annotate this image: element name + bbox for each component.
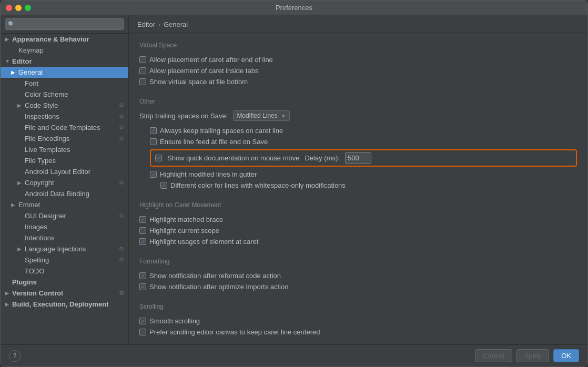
arrow-icon: ▶ — [5, 36, 12, 42]
sidebar-item-label: Live Templates — [25, 146, 70, 154]
help-button[interactable]: ? — [9, 350, 21, 362]
chevron-down-icon: ▼ — [281, 113, 286, 119]
arrow-icon: ▶ — [17, 180, 25, 186]
section-title: Other — [139, 98, 577, 105]
cancel-button[interactable]: Cancel — [475, 349, 512, 362]
option-highlight-scope: Highlight current scope — [139, 225, 577, 236]
checkbox-highlight-usages[interactable]: ✓ — [139, 238, 146, 245]
gear-icon: ⚙ — [119, 102, 124, 109]
option-caret-after-end: Allow placement of caret after end of li… — [139, 54, 577, 65]
sidebar-item-livetemplates[interactable]: Live Templates — [1, 144, 128, 155]
gear-icon: ⚙ — [119, 113, 124, 120]
sidebar-item-spelling[interactable]: Spelling ⚙ — [1, 254, 128, 266]
main-content: 🔍 ▶ Appearance & Behavior Keymap ▼ Edito… — [1, 15, 587, 344]
gear-icon: ⚙ — [119, 257, 124, 263]
minimize-button[interactable] — [15, 5, 22, 11]
gear-icon: ⚙ — [119, 246, 124, 252]
option-smooth-scrolling: ✓ Smooth scrolling — [139, 315, 577, 327]
sidebar-item-fileencodings[interactable]: File Encodings ⚙ — [1, 133, 128, 144]
checkbox-show-optimize[interactable]: ✓ — [139, 283, 146, 290]
content-area: Editor › General Virtual Space Allow pla… — [129, 15, 587, 344]
gear-icon: ⚙ — [119, 124, 124, 131]
highlighted-border: ✓ Show quick documentation on mouse move… — [150, 149, 577, 167]
strip-spaces-dropdown[interactable]: Modified Lines ▼ — [233, 110, 289, 121]
sidebar-item-label: Font — [25, 79, 38, 87]
strip-label: Strip trailing spaces on Save: — [139, 112, 228, 120]
option-label: Highlight matched brace — [149, 216, 223, 223]
sidebar-item-label: Keymap — [18, 46, 44, 54]
option-label: Allow placement of caret inside tabs — [149, 67, 258, 75]
sidebar-item-label: TODO — [25, 267, 44, 275]
delay-input[interactable] — [345, 152, 371, 164]
close-button[interactable] — [6, 5, 12, 11]
sidebar-item-images[interactable]: Images — [1, 221, 128, 232]
sidebar-item-general[interactable]: ▶ General — [1, 67, 128, 78]
sidebar-item-languageinjections[interactable]: ▶ Language Injections ⚙ — [1, 243, 128, 254]
sidebar-item-copyright[interactable]: ▶ Copyright ⚙ — [1, 177, 128, 188]
option-label: Highlight current scope — [149, 227, 219, 235]
sidebar-item-label: Color Scheme — [25, 90, 68, 98]
maximize-button[interactable] — [25, 5, 31, 11]
sidebar-item-plugins[interactable]: Plugins — [1, 277, 128, 288]
option-different-color: ✓ Different color for lines with whitesp… — [139, 180, 577, 191]
sidebar-item-filetemplates[interactable]: File and Code Templates ⚙ — [1, 122, 128, 133]
virtual-space-section: Virtual Space Allow placement of caret a… — [139, 42, 577, 87]
window-title: Preferences — [276, 4, 312, 12]
sidebar-item-keymap[interactable]: Keymap — [1, 45, 128, 56]
checkbox-different-color[interactable]: ✓ — [160, 182, 167, 189]
sidebar: 🔍 ▶ Appearance & Behavior Keymap ▼ Edito… — [1, 15, 129, 344]
sidebar-item-codestyle[interactable]: ▶ Code Style ⚙ — [1, 100, 128, 111]
breadcrumb-parent: Editor — [137, 21, 155, 28]
sidebar-item-label: Build, Execution, Deployment — [12, 300, 108, 308]
checkbox-highlight-modified[interactable]: ✓ — [150, 171, 157, 178]
gear-icon: ⚙ — [119, 179, 124, 186]
option-prefer-scrolling: Prefer scrolling editor canvas to keep c… — [139, 327, 577, 338]
sidebar-item-editor[interactable]: ▼ Editor — [1, 56, 128, 67]
checkbox-quick-doc[interactable]: ✓ — [155, 155, 162, 161]
ok-button[interactable]: OK — [553, 349, 579, 362]
sidebar-item-versioncontrol[interactable]: ▶ Version Control ⚙ — [1, 288, 128, 299]
checkbox-keep-trailing[interactable]: ✓ — [150, 127, 157, 134]
checkbox-caret-inside-tabs[interactable] — [139, 67, 146, 74]
sidebar-item-label: Android Data Binding — [25, 190, 89, 198]
checkbox-prefer-scrolling[interactable] — [139, 329, 146, 335]
checkbox-ensure-linefeed[interactable] — [150, 138, 157, 145]
sidebar-item-inspections[interactable]: Inspections ⚙ — [1, 111, 128, 122]
option-highlight-modified: ✓ Highlight modified lines in gutter — [139, 169, 577, 180]
sidebar-item-todo[interactable]: TODO — [1, 266, 128, 277]
dropdown-value: Modified Lines — [237, 112, 277, 119]
sidebar-item-appearance[interactable]: ▶ Appearance & Behavior — [1, 34, 128, 45]
sidebar-item-guidesigner[interactable]: GUI Designer ⚙ — [1, 210, 128, 221]
sidebar-item-label: Editor — [12, 57, 32, 65]
sidebar-item-font[interactable]: Font — [1, 78, 128, 89]
sidebar-item-intentions[interactable]: Intentions — [1, 232, 128, 243]
checkbox-highlight-scope[interactable] — [139, 227, 146, 234]
sidebar-item-colorscheme[interactable]: Color Scheme — [1, 89, 128, 100]
sidebar-item-androidlayout[interactable]: Android Layout Editor — [1, 166, 128, 177]
option-label: Ensure line feed at file end on Save — [160, 138, 268, 146]
quick-doc-highlighted-row: ✓ Show quick documentation on mouse move… — [139, 149, 577, 167]
sidebar-item-buildexecution[interactable]: ▶ Build, Execution, Deployment — [1, 299, 128, 310]
checkbox-smooth-scrolling[interactable]: ✓ — [139, 318, 146, 324]
search-icon: 🔍 — [8, 21, 15, 28]
strip-spaces-row: Strip trailing spaces on Save: Modified … — [139, 110, 577, 121]
checkbox-caret-after-end[interactable] — [139, 56, 146, 63]
sidebar-item-emmet[interactable]: ▶ Emmet — [1, 199, 128, 210]
checkbox-highlight-brace[interactable]: ✓ — [139, 216, 146, 223]
sidebar-item-label: File and Code Templates — [25, 124, 100, 131]
sidebar-item-label: Spelling — [25, 256, 49, 264]
search-input[interactable] — [5, 18, 124, 30]
option-label: Always keep trailing spaces on caret lin… — [160, 127, 283, 135]
sidebar-item-androiddatabinding[interactable]: Android Data Binding — [1, 188, 128, 199]
apply-button[interactable]: Apply — [516, 349, 550, 362]
option-virtual-space-bottom: Show virtual space at file bottom — [139, 76, 577, 87]
checkbox-show-reformat[interactable]: ✓ — [139, 272, 146, 279]
preferences-window: Preferences 🔍 ▶ Appearance & Behavior Ke… — [0, 0, 588, 367]
checkbox-virtual-space-bottom[interactable] — [139, 78, 146, 85]
sidebar-item-label: Language Injections — [25, 245, 86, 253]
breadcrumb-current: General — [164, 21, 188, 28]
gear-icon: ⚙ — [119, 212, 124, 219]
option-label: Show notification after reformat code ac… — [149, 272, 281, 280]
sidebar-item-filetypes[interactable]: File Types — [1, 155, 128, 166]
quick-doc-label: Show quick documentation on mouse move — [167, 154, 299, 162]
